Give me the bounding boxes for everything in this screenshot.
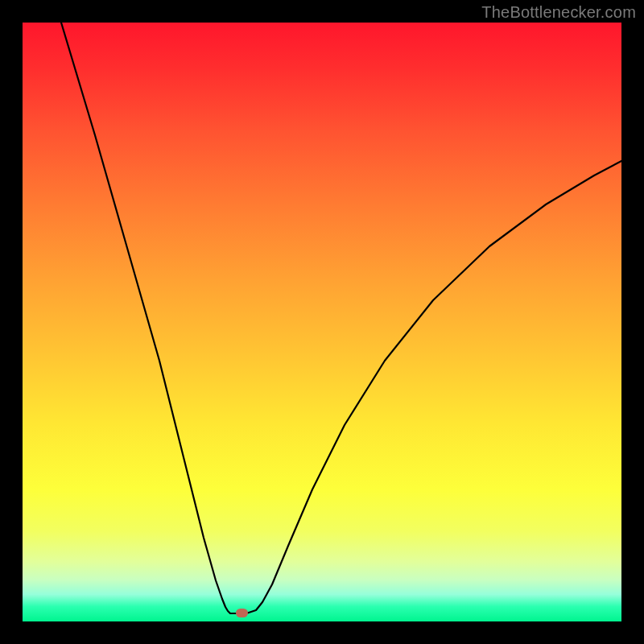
chart-frame: TheBottleneсker.com bbox=[0, 0, 644, 644]
watermark-text: TheBottleneсker.com bbox=[481, 3, 636, 22]
plot-area bbox=[23, 23, 621, 621]
optimal-point-marker bbox=[236, 609, 248, 617]
bottleneck-curve bbox=[23, 23, 621, 621]
curve-path bbox=[61, 23, 621, 613]
